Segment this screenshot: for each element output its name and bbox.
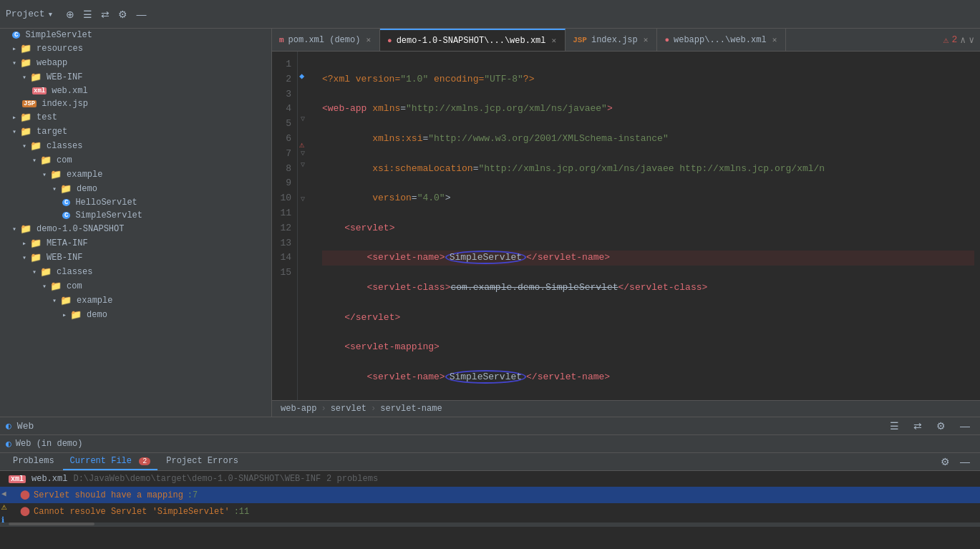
sidebar-item-com[interactable]: ▾📁com <box>0 153 271 167</box>
chevron-icon: ▾ <box>48 9 54 20</box>
fold-icon-10[interactable]: ▽ <box>301 160 305 169</box>
problem-row-2[interactable]: ⬤ Cannot resolve Servlet 'SimpleServlet'… <box>0 503 980 520</box>
sidebar-item-webapp[interactable]: ▾📁webapp <box>0 56 271 70</box>
bottom-minimize-icon[interactable]: — <box>956 419 974 433</box>
breadcrumb-sep-2: › <box>371 404 376 414</box>
current-file-badge: 2 <box>139 457 150 465</box>
tab-index-jsp[interactable]: JSP index.jsp ✕ <box>566 29 657 51</box>
settings-icon[interactable]: ⚙ <box>114 7 132 21</box>
tree-item-label: webapp <box>37 58 67 68</box>
top-bar: Project ▾ ⊕ ☰ ⇄ ⚙ — <box>0 0 980 29</box>
sidebar-item-META-INF[interactable]: ▸📁META-INF <box>0 236 271 251</box>
left-strip-icons: ◀ ⚠ ℹ <box>0 486 9 528</box>
bottom-panel-icon: ◐ <box>6 420 11 432</box>
error-line-2: :11 <box>234 507 250 517</box>
folder-chevron-icon: ▾ <box>52 185 57 193</box>
problem-row-1[interactable]: ⬤ Servlet should have a mapping :7 <box>0 487 980 503</box>
bottom-scrollbar-thumb[interactable] <box>9 523 94 525</box>
index-jsp-tab-close[interactable]: ✕ <box>642 35 650 44</box>
sidebar-item-index.jsp[interactable]: JSPindex.jsp <box>0 97 271 110</box>
sidebar-item-classes[interactable]: ▾📁classes <box>0 139 271 153</box>
folder-chevron-icon: ▾ <box>52 296 57 305</box>
folder-icon: 📁 <box>20 112 31 123</box>
web-xml-tab-label: demo-1.0-SNAPSHOT\...\web.xml <box>397 36 546 46</box>
sync-icon[interactable]: ⇄ <box>97 7 114 21</box>
tab-web-xml[interactable]: ● demo-1.0-SNAPSHOT\...\web.xml ✕ <box>380 29 566 51</box>
minimize-icon[interactable]: — <box>132 7 150 21</box>
breadcrumb-sep-1: › <box>321 404 326 414</box>
web-xml-tab-close[interactable]: ✕ <box>550 36 558 45</box>
folder-chevron-icon: ▾ <box>22 142 26 150</box>
tab-pom[interactable]: m pom.xml (demo) ✕ <box>272 29 380 51</box>
bottom-scrollbar[interactable] <box>0 523 980 527</box>
strip-icon-1[interactable]: ◀ <box>1 489 7 498</box>
sidebar-item-example[interactable]: ▾📁example <box>0 167 271 182</box>
webapp-web-tab-close[interactable]: ✕ <box>771 35 779 44</box>
sidebar-item-demo-1.0-SNAPSHOT[interactable]: ▾📁demo-1.0-SNAPSHOT <box>0 222 271 236</box>
tab-webapp-web[interactable]: ● webapp\...\web.xml ✕ <box>657 29 786 51</box>
folder-icon: 📁 <box>30 140 42 152</box>
bottom-tab-close[interactable]: — <box>956 455 974 469</box>
tree-item-label: demo <box>77 184 97 194</box>
fold-icon-9[interactable]: ▽ <box>301 149 305 157</box>
folder-icon: 📁 <box>70 309 82 321</box>
sidebar-item-target[interactable]: ▾📁target <box>0 125 271 139</box>
code-line-11: <servlet-name>SimpleServlet</servlet-nam… <box>322 370 974 385</box>
folder-chevron-icon: ▸ <box>12 113 16 122</box>
code-line-3: xmlns:xsi="http://www.w3.org/2001/XMLSch… <box>322 132 974 147</box>
tab-current-file[interactable]: Current File 2 <box>63 453 158 470</box>
file-java-icon: C <box>12 31 20 39</box>
error-icon-2: ⬤ <box>20 506 29 517</box>
pom-tab-close[interactable]: ✕ <box>364 35 372 44</box>
sidebar-item-test[interactable]: ▸📁test <box>0 110 271 125</box>
bottom-settings-icon[interactable]: ⚙ <box>932 419 950 433</box>
error-nav-up[interactable]: ∧ <box>960 34 966 46</box>
file-jsp-icon: JSP <box>22 100 37 107</box>
sidebar-item-SimpleServlet[interactable]: CSimpleServlet <box>0 209 271 222</box>
bottom-subtitle: Web (in demo) <box>16 439 83 449</box>
bottom-tab-settings[interactable]: ⚙ <box>936 455 954 469</box>
tree-item-label: META-INF <box>47 238 88 248</box>
bottom-sync-icon[interactable]: ⇄ <box>909 419 926 433</box>
add-module-icon[interactable]: ⊕ <box>62 7 79 21</box>
error-counter-area: ⚠ 2 ∧ ∨ <box>938 29 980 51</box>
breadcrumb-web-app[interactable]: web-app <box>281 404 316 414</box>
list-view-icon[interactable]: ☰ <box>79 7 97 21</box>
tab-project-errors[interactable]: Project Errors <box>159 453 246 470</box>
bottom-panel-toolbar: ◐ Web ☰ ⇄ ⚙ — <box>0 417 980 435</box>
bottom-list-icon[interactable]: ☰ <box>886 419 903 433</box>
sidebar-item-WEB-INF-2[interactable]: ▾📁WEB-INF <box>0 251 271 265</box>
line-num-8: 8 <box>275 162 291 177</box>
sidebar-item-simpleservlet-root[interactable]: CSimpleServlet <box>0 29 271 42</box>
line-num-10: 10 <box>275 191 291 206</box>
fold-icon-13[interactable]: ▽ <box>301 195 305 203</box>
tab-problems-label: Problems <box>13 456 54 466</box>
code-line-7: <servlet-name>SimpleServlet</servlet-nam… <box>322 251 974 266</box>
sidebar-item-com-2[interactable]: ▾📁com <box>0 279 271 293</box>
breadcrumb-servlet-name[interactable]: servlet-name <box>380 404 442 414</box>
tab-problems[interactable]: Problems <box>6 453 62 470</box>
sidebar-item-WEB-INF[interactable]: ▾📁WEB-INF <box>0 70 271 84</box>
strip-icon-info[interactable]: ℹ <box>1 515 7 525</box>
sidebar-item-example-2[interactable]: ▾📁example <box>0 293 271 308</box>
gutter-icons: ◆ ▽ ⚠ ▽ ▽ ▽ <box>298 52 314 400</box>
error-nav-down[interactable]: ∨ <box>969 34 974 46</box>
sidebar-item-HelloServlet[interactable]: CHelloServlet <box>0 196 271 209</box>
tree-item-label: demo <box>87 310 107 320</box>
sidebar-item-demo-2[interactable]: ▸📁demo <box>0 308 271 322</box>
line-num-6: 6 <box>275 132 291 147</box>
error-count: 2 <box>952 34 958 45</box>
code-line-12: <url-pattern>/SimpleServlet</url-pattern… <box>322 399 974 400</box>
sidebar-item-resources[interactable]: ▸📁resources <box>0 42 271 56</box>
problem-filename: web.xml <box>31 474 67 484</box>
editor-content[interactable]: 1 2 3 4 5 6 7 8 9 10 11 12 13 14 15 <box>272 52 980 400</box>
code-lines[interactable]: <?xml version="1.0" encoding="UTF-8"?> <… <box>314 52 980 400</box>
fold-icon-6[interactable]: ▽ <box>301 115 305 123</box>
sidebar-item-demo-pkg[interactable]: ▾📁demo <box>0 182 271 196</box>
folder-icon: 📁 <box>50 169 62 180</box>
sidebar: CSimpleServlet▸📁resources▾📁webapp▾📁WEB-I… <box>0 29 272 417</box>
breadcrumb-servlet[interactable]: servlet <box>331 404 367 414</box>
tree-item-label: index.jsp <box>42 99 88 109</box>
sidebar-item-classes-2[interactable]: ▾📁classes <box>0 265 271 279</box>
sidebar-item-web.xml[interactable]: xmlweb.xml <box>0 84 271 97</box>
